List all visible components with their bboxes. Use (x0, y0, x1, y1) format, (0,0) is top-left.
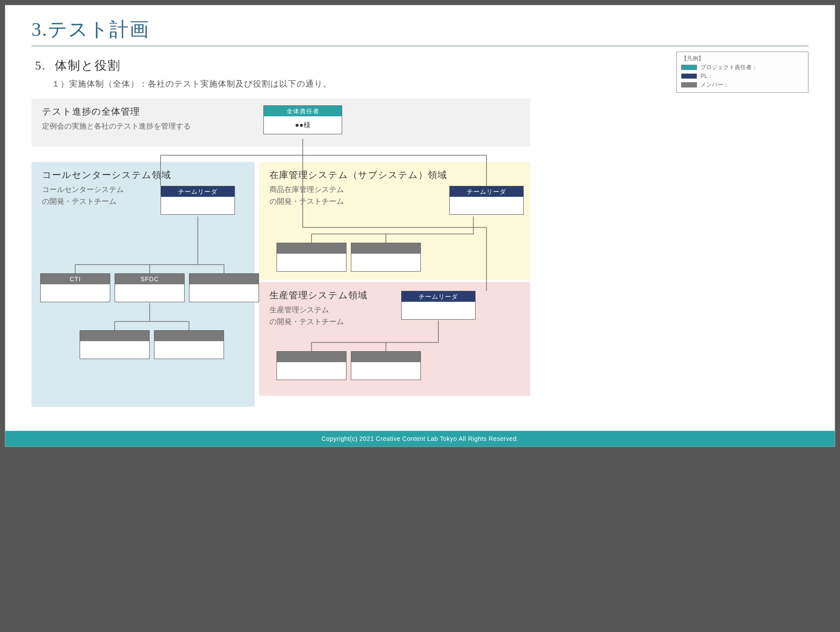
node-header: チームリーダ (450, 186, 523, 197)
node-header (277, 243, 346, 254)
node-header: CTI (41, 274, 110, 284)
panel-title: コールセンターシステム領域 (42, 169, 246, 181)
legend-swatch-teal (681, 65, 697, 70)
legend-box: 【凡例】 プロジェクト責任者： PL： メンバー： (676, 52, 808, 93)
node-header (277, 352, 346, 362)
node-inventory-child-1 (276, 243, 346, 272)
panel-desc-line: の開発・テストチーム (270, 318, 344, 326)
legend-row-pm: プロジェクト責任者： (681, 63, 804, 71)
node-header (351, 243, 420, 254)
node-inventory-child-2 (351, 243, 421, 272)
panel-desc-line: の開発・テストチーム (270, 197, 344, 206)
node-sfdc-child-2 (154, 330, 224, 359)
node-sfdc: SFDC (115, 273, 185, 302)
node-body (351, 362, 420, 380)
slide-frame: 3.テスト計画 5. 体制と役割 １）実施体制（全体）：各社のテスト実施体制及び… (5, 5, 835, 447)
node-body (115, 284, 184, 302)
panel-title: 在庫管理システム（サブシステム）領域 (270, 169, 522, 181)
node-overall-owner: 全体責任者 ●●様 (263, 105, 342, 134)
node-body (154, 341, 224, 359)
legend-label: メンバー： (700, 81, 729, 89)
panel-desc: 生産管理システム の開発・テストチーム (270, 304, 522, 328)
node-header (351, 352, 420, 362)
node-header: チームリーダ (161, 186, 234, 197)
section-title-text: 体制と役割 (55, 59, 121, 72)
legend-label: プロジェクト責任者： (700, 63, 757, 71)
panel-desc-line: 商品在庫管理システム (270, 185, 344, 194)
legend-swatch-navy (681, 73, 697, 79)
legend-row-member: メンバー： (681, 81, 804, 89)
panel-desc-line: コールセンターシステム (42, 185, 124, 194)
node-header: 全体責任者 (264, 106, 342, 116)
panel-title: 生産管理システム領域 (270, 289, 522, 301)
node-body (277, 362, 346, 380)
node-production-child-2 (351, 351, 421, 380)
title-rule (32, 45, 808, 47)
org-chart-stage: テスト進捗の全体管理 定例会の実施と各社のテスト進捗を管理する コールセンターシ… (32, 98, 530, 413)
node-cti: CTI (40, 273, 110, 302)
node-header (154, 331, 224, 341)
section-number: 5. (35, 59, 51, 73)
node-production-lead: チームリーダ (401, 291, 476, 320)
node-body (402, 302, 475, 319)
node-header (189, 274, 259, 284)
legend-row-pl: PL： (681, 72, 804, 80)
node-body (277, 254, 346, 271)
node-body: ●●様 (264, 116, 342, 134)
node-body (450, 197, 523, 214)
node-header (80, 331, 149, 341)
node-callcenter-lead: チームリーダ (161, 186, 235, 215)
node-production-child-1 (276, 351, 346, 380)
legend-label: PL： (700, 72, 713, 80)
page-title: 3.テスト計画 (32, 17, 808, 42)
legend-swatch-grey (681, 82, 697, 87)
node-body (189, 284, 259, 302)
legend-title: 【凡例】 (681, 55, 804, 63)
panel-desc-line: 生産管理システム (270, 306, 329, 314)
node-header: SFDC (115, 274, 184, 284)
footer-bar: Copyright(c) 2021 Creative Content Lab T… (5, 431, 835, 447)
node-header: チームリーダ (402, 291, 475, 302)
node-body (80, 341, 149, 359)
node-callcenter-child-3 (189, 273, 259, 302)
node-inventory-lead: チームリーダ (449, 186, 524, 215)
node-body (161, 197, 234, 214)
panel-desc-line: の開発・テストチーム (42, 197, 116, 206)
node-body (41, 284, 110, 302)
node-sfdc-child-1 (80, 330, 150, 359)
node-body (351, 254, 420, 271)
